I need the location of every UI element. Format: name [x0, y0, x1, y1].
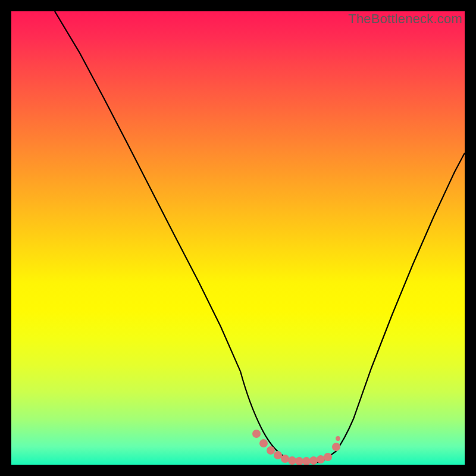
- svg-point-0: [252, 430, 261, 438]
- watermark-text: TheBottleneck.com: [348, 11, 462, 27]
- chart-frame: TheBottleneck.com: [11, 11, 465, 465]
- chart-svg: [11, 11, 465, 465]
- svg-point-9: [317, 455, 325, 464]
- bottleneck-curve: [55, 11, 465, 462]
- svg-point-7: [302, 457, 311, 465]
- svg-point-8: [309, 456, 318, 465]
- svg-point-12: [336, 436, 340, 441]
- svg-point-3: [274, 451, 282, 459]
- svg-point-4: [281, 455, 289, 463]
- svg-point-5: [288, 456, 296, 465]
- svg-point-11: [332, 443, 340, 451]
- svg-point-2: [267, 446, 275, 455]
- svg-point-1: [259, 439, 268, 447]
- svg-point-6: [295, 457, 303, 465]
- svg-point-10: [324, 453, 332, 461]
